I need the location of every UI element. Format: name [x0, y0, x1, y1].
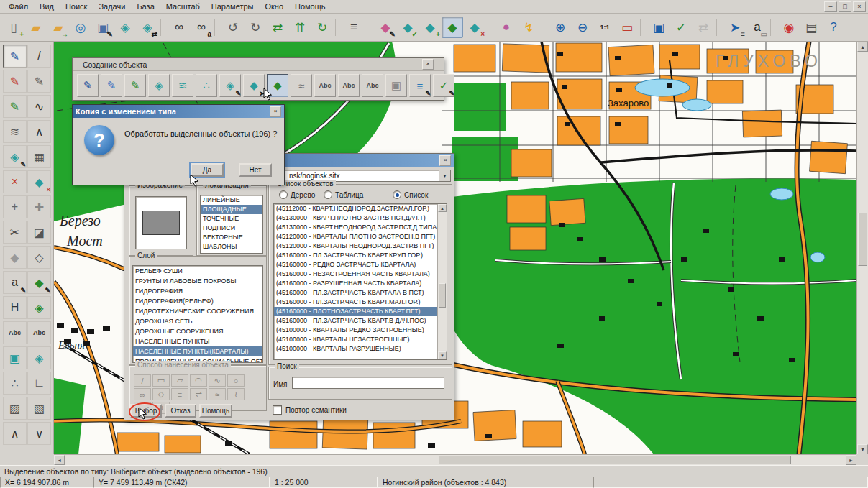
- object-type-list[interactable]: (45112000 - КВАРТ.НЕОДНОРОД.ЗАСТР.МАЛ.ГО…: [273, 203, 447, 360]
- scale-1-1-icon[interactable]: 1:1: [594, 17, 616, 38]
- create-semantic-icon[interactable]: ≡✎: [409, 74, 431, 97]
- method-circle-icon[interactable]: ○: [227, 374, 245, 387]
- repeat-semantics-checkbox[interactable]: [273, 405, 282, 415]
- add-node-icon[interactable]: +: [3, 195, 27, 218]
- layer-list[interactable]: РЕЛЬЕФ СУШИГРУНТЫ И ЛАВОВЫЕ ПОКРОВЫГИДРО…: [132, 265, 263, 363]
- scroll-up-icon[interactable]: ▲: [857, 42, 868, 52]
- menu-file[interactable]: Файл: [3, 1, 34, 12]
- delete-object-icon[interactable]: ×: [3, 170, 27, 193]
- layer-item[interactable]: ГИДРОГРАФИЯ(РЕЛЬЕФ): [133, 296, 262, 306]
- print-icon[interactable]: ▤: [800, 17, 822, 38]
- grid-icon[interactable]: ▦: [27, 145, 51, 168]
- execute-icon[interactable]: ↯: [518, 17, 539, 38]
- close-icon[interactable]: ×: [270, 106, 281, 117]
- layer-item[interactable]: ДОРОЖНАЯ СЕТЬ: [133, 316, 262, 326]
- view-mode-таблица[interactable]: Таблица: [324, 190, 363, 199]
- object-type-item[interactable]: (45160000 - НЕЗАСТРОЕННАЯ ЧАСТЬ КВАРТАЛА…: [274, 270, 447, 279]
- edit-pencil-icon[interactable]: ✎: [27, 70, 51, 93]
- localization-item[interactable]: ТОЧЕЧНЫЕ: [201, 214, 262, 224]
- horizontal-scroll-thumb[interactable]: [439, 456, 791, 464]
- polyline-icon[interactable]: ∧: [27, 120, 51, 143]
- method-diamond-icon[interactable]: ◇: [152, 388, 170, 400]
- view-forward-icon[interactable]: ↻: [245, 17, 266, 38]
- layer-item[interactable]: НАСЕЛЕННЫЕ ПУНКТЫ(КВАРТАЛЫ): [133, 346, 262, 356]
- maximize-icon[interactable]: □: [839, 1, 851, 12]
- object-type-item[interactable]: (45120000 - КВАРТАЛЫ ПЛОТНО ЗАСТРОЕН.В П…: [274, 232, 447, 241]
- scroll-left-icon[interactable]: ◄: [54, 455, 65, 465]
- method-double-icon[interactable]: ∞: [134, 388, 151, 400]
- create-copy-type-icon[interactable]: ◆➤: [243, 74, 265, 97]
- edit-object-icon[interactable]: ◆✎: [375, 17, 396, 38]
- name-search-input[interactable]: [292, 377, 444, 389]
- layer-item[interactable]: ГРУНТЫ И ЛАВОВЫЕ ПОКРОВЫ: [133, 276, 262, 286]
- pointer-select-icon[interactable]: ➤≡: [724, 17, 746, 38]
- nav-arrows-icon[interactable]: ⇄: [693, 17, 714, 38]
- toolbar-scroll-up-icon[interactable]: ∧: [3, 422, 27, 445]
- repeat-semantics-option[interactable]: Повтор семантики: [273, 405, 347, 415]
- add-object-icon[interactable]: ◆+: [419, 17, 441, 38]
- cancel-button[interactable]: Отказ: [165, 404, 196, 418]
- create-confirm-icon[interactable]: ✓✎: [433, 74, 454, 97]
- localization-item[interactable]: ЛИНЕЙНЫЕ: [201, 195, 262, 205]
- object-type-item[interactable]: (45160000 - РАЗРУШЕННАЯ ЧАСТЬ КВАРТАЛА): [274, 279, 447, 288]
- object-list-scroll-thumb[interactable]: [439, 283, 446, 308]
- close-icon[interactable]: ×: [422, 59, 434, 70]
- method-hlines-icon[interactable]: ≡: [171, 388, 188, 400]
- method-arrows-icon[interactable]: ⇌: [190, 388, 207, 400]
- edit-pencil-red-icon[interactable]: ✎: [3, 70, 27, 93]
- create-hatch-icon[interactable]: ≋: [172, 74, 193, 97]
- layer-item[interactable]: ГИДРОТЕХНИЧЕСКИЕ СООРУЖЕНИЯ: [133, 306, 262, 316]
- open-map-icon[interactable]: ▰: [25, 17, 47, 38]
- area-edit-icon[interactable]: ◆✎: [27, 271, 51, 294]
- menu-base[interactable]: База: [131, 1, 160, 12]
- object-type-item[interactable]: (45130000 - КВАРТ.ПЛОТНО ЗАСТР.В ПСТ,ДАЧ…: [274, 213, 447, 223]
- points-icon[interactable]: ∴: [3, 372, 27, 395]
- create-parallel-icon[interactable]: ◈✎: [219, 74, 241, 97]
- label-text-icon[interactable]: a▭: [746, 17, 768, 38]
- move-node-icon[interactable]: ✚: [27, 195, 51, 218]
- help-button[interactable]: Помощь: [199, 404, 232, 418]
- hatch-right-icon[interactable]: ▧: [27, 397, 51, 420]
- layer-item[interactable]: РЕЛЬЕФ СУШИ: [133, 266, 262, 276]
- check-object-icon[interactable]: ◆✓: [397, 17, 419, 38]
- scroll-down-icon[interactable]: ▼: [857, 444, 868, 454]
- confirm-dialog-titlebar[interactable]: Копия с изменением типа ×: [73, 105, 284, 118]
- object-edit-icon[interactable]: ◈✎: [3, 145, 27, 168]
- raise-objects-icon[interactable]: ⇈: [289, 17, 311, 38]
- select-by-type-icon[interactable]: ◆: [442, 17, 463, 38]
- minimize-icon[interactable]: –: [824, 1, 837, 12]
- cut-object-icon[interactable]: ✂: [3, 221, 27, 244]
- no-button[interactable]: Нет: [239, 163, 272, 177]
- localization-item[interactable]: ПЛОЩАДНЫЕ: [201, 205, 262, 214]
- method-approx-icon[interactable]: ≈: [209, 388, 226, 400]
- object-type-item[interactable]: (45160000 - ПЛ.ЗАСТР.ЧАСТЬ КВАРТ.МАЛ.ГОР…: [274, 298, 447, 307]
- object-list-scrollbar[interactable]: ▲ ▼: [437, 204, 447, 359]
- delete-part-icon[interactable]: ◆×: [27, 170, 51, 193]
- menu-window[interactable]: Окно: [259, 1, 289, 12]
- object-list-icon[interactable]: ≡: [343, 17, 365, 38]
- create-curve-icon[interactable]: ✎: [101, 74, 122, 97]
- apply-selection-icon[interactable]: ✓: [670, 17, 692, 38]
- localization-list[interactable]: ЛИНЕЙНЫЕПЛОЩАДНЫЕТОЧЕЧНЫЕПОДПИСИВЕКТОРНЫ…: [200, 195, 263, 254]
- double-line-icon[interactable]: ≋: [3, 120, 27, 143]
- object-type-item[interactable]: (45160000 - ПЛОТНОЗАСТР.ЧАСТЬ КВАРТ.ПГТ): [274, 307, 447, 316]
- method-rect-icon[interactable]: ▭: [152, 374, 170, 387]
- angle-icon[interactable]: ∟: [27, 372, 51, 395]
- layers-link-icon[interactable]: ◈⇄: [137, 17, 158, 38]
- hatch-left-icon[interactable]: ▨: [3, 397, 27, 420]
- localization-item[interactable]: ШАБЛОНЫ: [201, 242, 262, 252]
- layer-item[interactable]: ДОРОЖНЫЕ СООРУЖЕНИЯ: [133, 326, 262, 336]
- view-3d-icon[interactable]: ●: [495, 17, 517, 38]
- localization-item[interactable]: ВЕКТОРНЫЕ: [201, 233, 262, 242]
- close-icon[interactable]: ×: [439, 155, 451, 166]
- objects-pair-icon[interactable]: ◈: [27, 346, 51, 369]
- object-type-item[interactable]: (45160000 - ПЛ.ЗАСТР.ЧАСТЬ КВАРТ.В ДАЧ.П…: [274, 316, 447, 326]
- label-edit-icon[interactable]: a✎: [3, 271, 27, 294]
- create-subobject-icon[interactable]: ◈: [148, 74, 170, 97]
- creation-panel-titlebar[interactable]: Создание объекта ×: [73, 58, 444, 71]
- object-type-item[interactable]: (45160000 - РЕДКО ЗАСТР.ЧАСТЬ КВАРТАЛА): [274, 260, 447, 270]
- close-icon[interactable]: ×: [853, 1, 866, 12]
- toolbar-scroll-down-icon[interactable]: ∨: [27, 422, 51, 445]
- object-type-item[interactable]: (45120000 - КВАРТАЛЫ НЕОДНОРОД.ЗАСТР.В П…: [274, 241, 447, 251]
- scroll-right-icon[interactable]: ►: [846, 455, 856, 465]
